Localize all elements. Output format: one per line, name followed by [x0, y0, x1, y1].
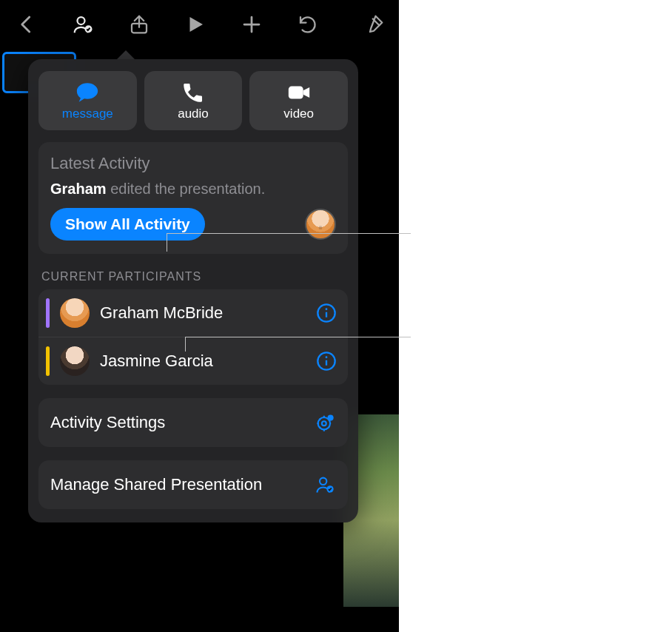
- participant-row[interactable]: Jasmine Garcia: [38, 337, 348, 385]
- latest-activity-card: Latest Activity Graham edited the presen…: [38, 142, 348, 254]
- svg-point-9: [326, 308, 328, 310]
- format-brush-button[interactable]: [356, 7, 392, 42]
- activity-settings-group: Activity Settings: [38, 398, 348, 447]
- message-label: message: [62, 107, 113, 121]
- audio-button[interactable]: audio: [144, 71, 243, 130]
- share-button[interactable]: [121, 7, 157, 42]
- manage-shared-row[interactable]: Manage Shared Presentation: [38, 460, 348, 509]
- avatar: [60, 298, 90, 328]
- presence-stripe: [46, 298, 50, 328]
- collaboration-popover: message audio video Latest Activity Grah…: [28, 59, 358, 522]
- device-frame: message audio video Latest Activity Grah…: [0, 0, 399, 632]
- top-toolbar: [0, 0, 399, 49]
- callout-line: [185, 337, 411, 337]
- callout-line: [185, 337, 186, 352]
- message-icon: [75, 80, 100, 105]
- callout-line: [167, 233, 167, 252]
- phone-icon: [181, 80, 206, 105]
- message-button[interactable]: message: [38, 71, 137, 130]
- svg-point-14: [322, 421, 326, 426]
- add-button[interactable]: [234, 7, 269, 42]
- participant-name: Jasmine Garcia: [100, 352, 305, 371]
- participant-name: Graham McBride: [100, 303, 305, 323]
- manage-shared-label: Manage Shared Presentation: [50, 474, 262, 495]
- svg-point-16: [320, 478, 326, 485]
- svg-point-0: [78, 17, 85, 24]
- latest-activity-line: Graham edited the presentation.: [50, 181, 336, 198]
- svg-rect-6: [289, 87, 303, 99]
- participants-header: CURRENT PARTICIPANTS: [41, 270, 345, 283]
- video-label: video: [283, 107, 314, 121]
- participant-row[interactable]: Graham McBride: [38, 289, 348, 337]
- avatar: [60, 346, 90, 376]
- collaborate-button[interactable]: [65, 7, 101, 42]
- latest-activity-title: Latest Activity: [50, 154, 336, 173]
- play-button[interactable]: [178, 7, 213, 42]
- activity-settings-icon: [314, 411, 336, 434]
- communication-row: message audio video: [38, 71, 348, 130]
- activity-settings-row[interactable]: Activity Settings: [38, 398, 348, 447]
- participant-info-button[interactable]: [315, 350, 337, 372]
- participant-info-button[interactable]: [315, 302, 337, 324]
- video-icon: [286, 80, 312, 105]
- svg-point-12: [326, 356, 328, 358]
- manage-shared-icon: [314, 474, 336, 496]
- info-icon: [316, 303, 337, 323]
- manage-shared-group: Manage Shared Presentation: [38, 460, 348, 509]
- svg-marker-3: [190, 17, 204, 32]
- activity-actor: Graham: [50, 181, 107, 197]
- presence-stripe: [46, 346, 50, 376]
- video-button[interactable]: video: [249, 71, 348, 130]
- back-button[interactable]: [9, 7, 44, 42]
- activity-action: edited the presentation.: [110, 181, 265, 197]
- activity-settings-label: Activity Settings: [50, 412, 165, 433]
- audio-label: audio: [178, 107, 209, 121]
- activity-avatar[interactable]: [305, 209, 336, 240]
- show-all-activity-button[interactable]: Show All Activity: [50, 208, 205, 241]
- gear-badge-icon: [315, 412, 335, 433]
- callout-line: [167, 233, 411, 234]
- svg-point-15: [328, 415, 334, 421]
- info-icon: [316, 351, 337, 372]
- undo-button[interactable]: [290, 7, 326, 42]
- person-check-icon: [315, 474, 335, 495]
